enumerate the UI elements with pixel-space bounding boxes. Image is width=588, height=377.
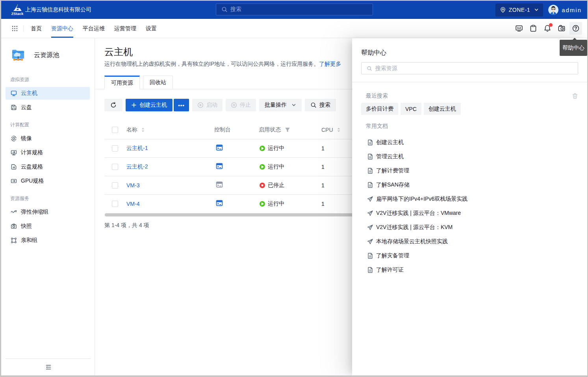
doc-item[interactable]: V2V迁移实践 | 源云平台：VMware (361, 206, 578, 220)
tab[interactable]: 可用资源 (104, 76, 140, 89)
sidebar-group: 计算配置 镜像 计算规格 云盘规格 (1, 121, 95, 187)
sidebar-item-icon (11, 178, 17, 184)
sort-icon[interactable] (337, 127, 341, 133)
cell-state: 运行中 (252, 194, 315, 213)
sidebar-item[interactable]: 计算规格 (6, 146, 90, 159)
batch-actions-button[interactable]: 批量操作 (259, 99, 302, 111)
doc-item-label: 了解SAN存储 (376, 181, 410, 188)
clipboard-button[interactable] (527, 22, 540, 35)
help-search-input[interactable]: 搜索资源 (361, 62, 578, 74)
cpu-value: 1 (321, 164, 325, 170)
sidebar-item-label: 亲和组 (21, 237, 37, 244)
sidebar-item[interactable]: 云主机 (6, 87, 90, 100)
nav-item[interactable]: 首页 (31, 19, 42, 38)
sidebar-item[interactable]: 快照 (6, 220, 90, 233)
common-docs-label: 常用文档 (366, 122, 578, 130)
app-window: ZStack 上海云轴信息科技有限公司 搜索 ZONE-1 admin 首页 (1, 1, 587, 375)
nav-item[interactable]: 运营管理 (114, 19, 136, 38)
filter-icon[interactable] (285, 127, 290, 133)
menu-fold-icon[interactable] (45, 364, 52, 370)
sidebar-item[interactable]: 镜像 (6, 132, 90, 145)
doc-item[interactable]: 管理云主机 (361, 150, 578, 164)
console-button[interactable] (216, 144, 223, 151)
vm-name-link[interactable]: VM-4 (126, 201, 139, 207)
notifications-button[interactable] (541, 22, 554, 35)
doc-item[interactable]: 了解计费管理 (361, 164, 578, 178)
monitor-screen-button[interactable] (513, 22, 525, 35)
doc-item[interactable]: 了解灾备管理 (361, 249, 578, 263)
nav-item-label: 设置 (146, 25, 157, 31)
search-icon (221, 6, 228, 13)
apps-grid-icon[interactable] (12, 26, 18, 31)
doc-item[interactable]: 了解许可证 (361, 263, 578, 277)
doc-item[interactable]: V2V迁移实践 | 源云平台：KVM (361, 220, 578, 235)
column-header-cpu[interactable]: CPU (321, 127, 333, 133)
doc-item[interactable]: 了解SAN存储 (361, 178, 578, 192)
cell-state: 运行中 (252, 139, 315, 157)
search-icon (310, 102, 317, 108)
drawer-body: 最近搜索 多价目计费 VPC 创建云主机 常用文档 创建云主机 (352, 92, 587, 277)
select-all-checkbox[interactable] (112, 127, 118, 133)
recent-search-tag[interactable]: 创建云主机 (424, 103, 461, 115)
refresh-icon (110, 102, 117, 108)
learn-more-link[interactable]: 了解更多 (319, 61, 341, 67)
row-checkbox[interactable] (112, 145, 118, 152)
sort-icon[interactable] (141, 127, 145, 133)
nav-item[interactable]: 设置 (146, 19, 157, 38)
sidebar-item[interactable]: 云盘 (6, 101, 90, 114)
recent-search-tag[interactable]: VPC (401, 103, 421, 115)
global-search-input[interactable]: 搜索 (216, 4, 373, 15)
vm-name-link[interactable]: 云主机-2 (126, 163, 148, 170)
nav-divider (23, 25, 24, 32)
start-button[interactable]: 启动 (192, 99, 223, 111)
sidebar-item[interactable]: GPU规格 (6, 175, 90, 187)
sidebar-item-icon (11, 150, 17, 156)
table-search-button[interactable]: 搜索 (305, 99, 336, 111)
sidebar-item-label: GPU规格 (21, 177, 44, 185)
tab[interactable]: 回收站 (143, 76, 173, 89)
doc-item[interactable]: 创建云主机 (361, 135, 578, 150)
console-button[interactable] (216, 200, 223, 207)
sidebar-item[interactable]: 亲和组 (6, 234, 90, 247)
doc-item-label: 创建云主机 (376, 139, 404, 146)
doc-item[interactable]: 本地存储场景云主机快照实践 (361, 235, 578, 249)
vm-name-link[interactable]: 云主机-1 (126, 145, 148, 151)
search-icon (367, 66, 372, 71)
vm-name-link[interactable]: VM-3 (126, 182, 139, 188)
sidebar-item[interactable]: 云盘规格 (6, 161, 90, 173)
create-vm-button[interactable]: 创建云主机 (126, 99, 173, 111)
stop-button[interactable]: 停止 (226, 99, 256, 111)
column-header-name[interactable]: 名称 (126, 126, 137, 133)
sidebar-item-icon (11, 104, 17, 111)
refresh-button[interactable] (104, 99, 122, 111)
row-checkbox[interactable] (112, 201, 118, 207)
zone-selector[interactable]: ZONE-1 (495, 4, 543, 17)
sidebar-item-label: 弹性伸缩组 (21, 209, 48, 216)
row-checkbox[interactable] (112, 164, 118, 170)
doc-item[interactable]: 扁平网络下的IPv4+IPv6双栈场景实践 (361, 192, 578, 206)
zstack-logo-text: ZStack (11, 12, 24, 16)
brand[interactable]: ZStack 上海云轴信息科技有限公司 (1, 4, 91, 16)
help-tooltip: 帮助中心 (560, 40, 587, 56)
operation-record-button[interactable] (555, 22, 568, 35)
doc-item-label: V2V迁移实践 | 源云平台：KVM (376, 224, 453, 231)
status-label: 已停止 (268, 182, 284, 189)
cell-name: 云主机-1 (121, 139, 208, 157)
console-button[interactable] (216, 163, 223, 170)
nav-item[interactable]: 资源中心 (51, 19, 73, 38)
sidebar-item[interactable]: 弹性伸缩组 (6, 206, 90, 218)
user-menu[interactable]: admin (548, 5, 582, 15)
nav-item[interactable]: 平台运维 (83, 19, 105, 38)
cell-checkbox (104, 139, 121, 157)
paper-plane-icon (367, 224, 373, 231)
row-checkbox[interactable] (112, 182, 118, 188)
cpu-value: 1 (321, 145, 325, 152)
more-actions-button[interactable]: ••• (174, 99, 189, 111)
column-header-console: 控制台 (214, 126, 231, 133)
paper-plane-icon (367, 196, 373, 202)
console-button[interactable] (216, 181, 223, 188)
recent-search-tag[interactable]: 多价目计费 (361, 103, 398, 115)
help-center-button[interactable] (569, 22, 582, 35)
column-header-state[interactable]: 启用状态 (259, 126, 281, 133)
trash-icon[interactable] (572, 93, 578, 99)
